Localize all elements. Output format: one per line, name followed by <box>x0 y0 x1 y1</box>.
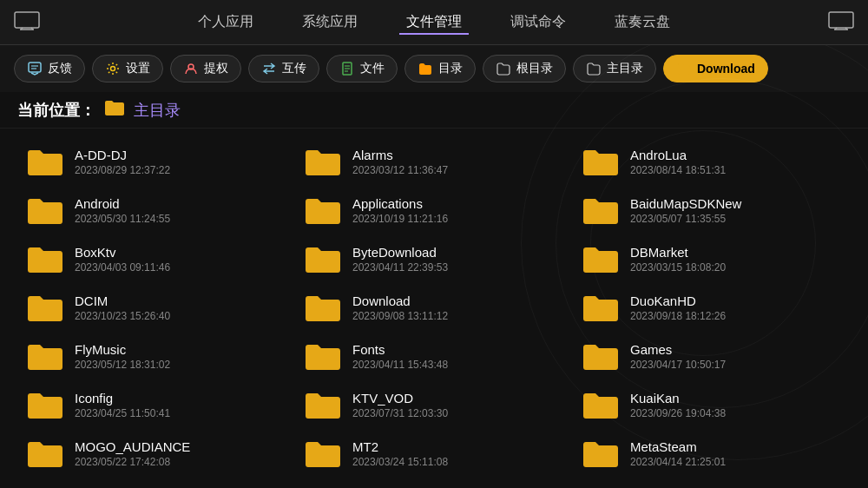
folder-icon <box>582 146 620 177</box>
svg-rect-4 <box>829 12 853 28</box>
folder-icon <box>304 292 342 323</box>
file-date: 2023/07/31 12:03:30 <box>352 407 448 419</box>
file-info: KuaiKan2023/09/26 19:04:38 <box>630 391 726 419</box>
file-name: DCIM <box>75 293 170 308</box>
folder-icon <box>304 389 342 420</box>
toolbar-btn-root[interactable]: 根目录 <box>483 55 566 82</box>
file-name: AndroLua <box>630 148 726 162</box>
list-item[interactable]: MetaSteam2023/04/14 21:25:01 <box>573 429 851 478</box>
download-icon <box>676 61 692 76</box>
transfer-icon <box>261 61 277 76</box>
file-info: MT22023/03/24 15:11:08 <box>352 439 448 468</box>
list-item[interactable]: KuaiKan2023/09/26 19:04:38 <box>573 380 851 429</box>
toolbar-btn-auth[interactable]: 提权 <box>170 55 241 82</box>
file-date: 2023/08/14 18:51:31 <box>630 164 726 176</box>
right-monitor-icon[interactable] <box>828 11 854 34</box>
file-name: MetaSteam <box>630 439 726 454</box>
file-name: Fonts <box>352 342 448 357</box>
toolbar-btn-label-feedback: 反馈 <box>48 61 72 76</box>
file-date: 2023/05/07 11:35:55 <box>630 213 741 225</box>
left-monitor-icon[interactable] <box>14 11 40 34</box>
file-info: AndroLua2023/08/14 18:51:31 <box>630 148 726 176</box>
file-name: Android <box>75 196 170 211</box>
nav-item-调试命令[interactable]: 调试命令 <box>503 10 573 35</box>
list-item[interactable]: Android2023/05/30 11:24:55 <box>17 186 295 234</box>
file-info: KTV_VOD2023/07/31 12:03:30 <box>352 391 448 419</box>
file-info: Alarms2023/03/12 11:36:47 <box>352 148 448 176</box>
list-item[interactable]: DuoKanHD2023/09/18 18:12:26 <box>573 283 851 332</box>
list-item[interactable]: DCIM2023/10/23 15:26:40 <box>17 283 295 332</box>
file-date: 2023/04/03 09:11:46 <box>75 261 170 274</box>
file-name: BoxKtv <box>75 245 170 260</box>
file-name: MT2 <box>352 439 448 454</box>
file-name: FlyMusic <box>75 342 170 357</box>
toolbar: 反馈设置提权互传文件目录根目录主目录Download <box>0 45 868 92</box>
list-item[interactable]: FlyMusic2023/05/12 18:31:02 <box>17 332 295 380</box>
toolbar-btn-dir[interactable]: 目录 <box>404 55 476 82</box>
file-date: 2023/04/14 21:25:01 <box>630 456 726 468</box>
list-item[interactable]: DBMarket2023/03/15 18:08:20 <box>573 234 851 283</box>
list-item[interactable]: Applications2023/10/19 11:21:16 <box>295 186 573 234</box>
nav-item-系统应用[interactable]: 系统应用 <box>295 10 365 35</box>
list-item[interactable]: MT22023/03/24 15:11:08 <box>295 429 573 478</box>
toolbar-btn-label-download: Download <box>697 62 755 76</box>
file-name: Download <box>352 293 448 308</box>
file-info: DBMarket2023/03/15 18:08:20 <box>630 245 726 274</box>
file-date: 2023/05/12 18:31:02 <box>75 359 170 371</box>
settings-icon <box>105 61 121 76</box>
top-nav: 个人应用系统应用文件管理调试命令蓝奏云盘 <box>0 0 868 45</box>
nav-item-个人应用[interactable]: 个人应用 <box>191 10 260 35</box>
list-item[interactable]: KTV_VOD2023/07/31 12:03:30 <box>295 380 573 429</box>
toolbar-btn-download[interactable]: Download <box>663 55 768 82</box>
list-item[interactable]: MOGO_AUDIANCE2023/05/22 17:42:08 <box>17 429 295 478</box>
list-item[interactable]: ByteDownload2023/04/11 22:39:53 <box>295 234 573 283</box>
file-info: DuoKanHD2023/09/18 18:12:26 <box>630 293 726 322</box>
toolbar-btn-label-settings: 设置 <box>126 61 150 76</box>
list-item[interactable]: AndroLua2023/08/14 18:51:31 <box>573 137 851 186</box>
file-grid: A-DD-DJ2023/08/29 12:37:22 Alarms2023/03… <box>0 129 868 486</box>
file-name: DBMarket <box>630 245 726 260</box>
folder-icon <box>26 195 64 226</box>
file-name: MOGO_AUDIANCE <box>75 439 190 454</box>
nav-item-蓝奏云盘[interactable]: 蓝奏云盘 <box>608 10 677 35</box>
file-name: KTV_VOD <box>352 391 448 406</box>
file-info: DCIM2023/10/23 15:26:40 <box>75 293 170 322</box>
file-info: MetaSteam2023/04/14 21:25:01 <box>630 439 726 468</box>
file-info: Fonts2023/04/11 15:43:48 <box>352 342 448 371</box>
file-icon <box>339 61 355 76</box>
file-date: 2023/03/12 11:36:47 <box>352 164 448 176</box>
list-item[interactable]: Download2023/09/08 13:11:12 <box>295 283 573 332</box>
file-date: 2023/09/08 13:11:12 <box>352 310 448 322</box>
location-folder-icon <box>104 99 125 121</box>
toolbar-btn-transfer[interactable]: 互传 <box>248 55 319 82</box>
file-info: Applications2023/10/19 11:21:16 <box>352 196 448 225</box>
file-date: 2023/05/30 11:24:55 <box>75 213 170 225</box>
folder-icon <box>304 438 342 469</box>
list-item[interactable]: Iconfig2023/04/25 11:50:41 <box>17 380 295 429</box>
list-item[interactable]: Fonts2023/04/11 15:43:48 <box>295 332 573 380</box>
file-info: BoxKtv2023/04/03 09:11:46 <box>75 245 170 274</box>
list-item[interactable]: BoxKtv2023/04/03 09:11:46 <box>17 234 295 283</box>
toolbar-btn-file[interactable]: 文件 <box>326 55 398 82</box>
list-item[interactable]: Games2023/04/17 10:50:17 <box>573 332 851 380</box>
svg-point-11 <box>111 67 115 71</box>
list-item[interactable]: A-DD-DJ2023/08/29 12:37:22 <box>17 137 295 186</box>
toolbar-btn-settings[interactable]: 设置 <box>92 55 163 82</box>
folder-icon <box>26 438 64 469</box>
list-item[interactable]: BaiduMapSDKNew2023/05/07 11:35:55 <box>573 186 851 234</box>
file-info: Android2023/05/30 11:24:55 <box>75 196 170 225</box>
nav-bar: 个人应用系统应用文件管理调试命令蓝奏云盘 <box>191 10 677 35</box>
toolbar-btn-label-home: 主目录 <box>607 61 643 76</box>
folder-icon <box>582 292 620 323</box>
file-name: DuoKanHD <box>630 293 726 308</box>
list-item[interactable]: Alarms2023/03/12 11:36:47 <box>295 137 573 186</box>
toolbar-btn-label-transfer: 互传 <box>282 61 306 76</box>
folder-icon <box>26 292 64 323</box>
nav-item-文件管理[interactable]: 文件管理 <box>399 10 469 35</box>
file-name: ByteDownload <box>352 245 448 260</box>
toolbar-btn-feedback[interactable]: 反馈 <box>14 55 85 82</box>
feedback-icon <box>27 61 43 76</box>
folder-icon <box>582 243 620 274</box>
toolbar-btn-home[interactable]: 主目录 <box>573 55 656 82</box>
folder-icon <box>304 146 342 177</box>
